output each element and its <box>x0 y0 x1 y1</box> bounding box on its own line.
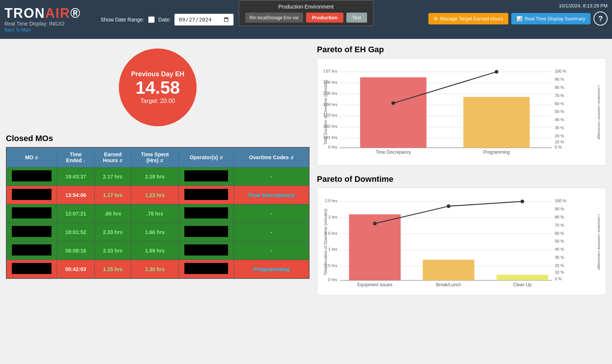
svg-text:Equipment Issues: Equipment Issues <box>357 282 392 287</box>
col-earned-hours: EarnedHours ⇵ <box>95 147 131 167</box>
svg-text:90 %: 90 % <box>555 207 564 211</box>
svg-text:Break/Lunch: Break/Lunch <box>436 282 461 287</box>
svg-text:20 %: 20 % <box>555 263 564 268</box>
cell-time-spent: 1.30 hrs <box>131 260 179 279</box>
cell-time-ended: 10:01:52 <box>57 223 94 241</box>
table-row: 00:42:031.25 hrs1.30 hrsProgramming <box>6 260 309 279</box>
svg-text:60 %: 60 % <box>555 231 564 236</box>
pareto-eh-gap-title: Pareto of EH Gap <box>317 45 606 54</box>
svg-text:Programming: Programming <box>483 150 510 155</box>
mo-black-block <box>12 207 51 218</box>
col-operators: Operator(s) ⇵ <box>179 147 234 167</box>
datetime-display: 10/1/2024, 8:13:29 PM <box>559 3 608 9</box>
cell-earned-hours: 2.33 hrs <box>95 241 131 260</box>
logo-area: TRONAIR® Real Time Display: INGX2 Back T… <box>4 7 86 33</box>
closed-mos-title: Closed MOs <box>6 134 310 143</box>
sort-icon-eh[interactable]: ⇵ <box>119 158 123 163</box>
col-time-ended: TimeEnded ↓ <box>57 147 94 167</box>
svg-text:2.5 hrs: 2.5 hrs <box>325 198 337 203</box>
production-button[interactable]: Production <box>306 13 344 23</box>
test-button[interactable]: Test <box>346 13 367 23</box>
main-content: Previous Day EH 14.58 Target: 20.00 Clos… <box>0 39 612 310</box>
operator-black-block <box>184 263 228 274</box>
cell-operator <box>179 167 234 186</box>
svg-text:10 %: 10 % <box>555 270 564 274</box>
cell-overtime-code: Time Discrepancy <box>234 186 309 204</box>
sort-icon-mo[interactable]: ⇵ <box>35 156 38 160</box>
eh-gap-svg: 0.07 hrs 0.06 hrs 0.05 hrs 0.04 hrs 0.03… <box>323 64 600 157</box>
cell-time-spent: .78 hrs <box>131 204 179 223</box>
cell-earned-hours: 1.25 hrs <box>95 260 131 279</box>
mo-black-block <box>12 170 51 181</box>
cell-earned-hours: 2.33 hrs <box>95 223 131 241</box>
cell-mo <box>6 241 57 260</box>
cell-mo <box>6 167 57 186</box>
svg-text:50 %: 50 % <box>555 239 564 243</box>
cell-operator <box>179 204 234 223</box>
circle-label: Previous Day EH <box>131 70 184 78</box>
table-row: 08:08:162.33 hrs1.69 hrs- <box>6 241 309 260</box>
gear-icon: ⚙ <box>434 16 438 21</box>
sort-icon-op[interactable]: ⇵ <box>220 156 223 160</box>
table-row: 19:43:372.17 hrs2.18 hrs- <box>6 167 309 186</box>
circle-target: Target: 20.00 <box>140 98 175 104</box>
chart-icon: 📊 <box>516 16 522 21</box>
cell-operator <box>179 260 234 279</box>
cell-overtime-code: Programming <box>234 260 309 279</box>
svg-text:60 %: 60 % <box>555 101 564 106</box>
svg-text:80 %: 80 % <box>555 215 564 219</box>
sort-icon-ts[interactable]: ⇵ <box>160 158 163 163</box>
svg-text:0 hrs: 0 hrs <box>328 277 338 282</box>
pareto-eh-gap-chart: 0.07 hrs 0.06 hrs 0.05 hrs 0.04 hrs 0.03… <box>317 58 606 166</box>
circle-container: Previous Day EH 14.58 Target: 20.00 <box>6 49 310 126</box>
dt-cumulative-line-2 <box>449 201 522 206</box>
cell-time-spent: 2.18 hrs <box>131 167 179 186</box>
help-button[interactable]: ? <box>593 11 608 26</box>
cell-time-spent: 1.69 hrs <box>131 241 179 260</box>
header-right: 10/1/2024, 8:13:29 PM ⚙ Manage Target Ea… <box>428 3 608 26</box>
mo-black-block <box>12 263 51 274</box>
cell-earned-hours: .80 hrs <box>95 204 131 223</box>
svg-text:100 %: 100 % <box>555 69 566 73</box>
mo-black-block <box>12 226 51 237</box>
left-panel: Previous Day EH 14.58 Target: 20.00 Clos… <box>6 45 310 304</box>
cell-earned-hours: 2.17 hrs <box>95 167 131 186</box>
svg-text:0 %: 0 % <box>555 145 562 149</box>
manage-target-button[interactable]: ⚙ Manage Target Earned Hours <box>428 13 508 24</box>
svg-text:Cumulative Overtime Percentage: Cumulative Overtime Percentage <box>597 85 600 140</box>
cell-operator <box>179 186 234 204</box>
cell-mo <box>6 223 57 241</box>
svg-text:Cumulative Downtime Percentage: Cumulative Downtime Percentage <box>597 214 600 270</box>
rm-local-storage-button[interactable]: Rm localStorage Env var <box>245 13 303 23</box>
date-input[interactable] <box>174 14 234 26</box>
cell-operator <box>179 223 234 241</box>
sort-icon-time[interactable]: ↓ <box>83 158 86 163</box>
operator-black-block <box>184 207 228 218</box>
cell-time-ended: 13:54:06 <box>57 186 94 204</box>
closed-mos-table: MO ⇵ TimeEnded ↓ EarnedHours ⇵ Time Spen… <box>6 147 310 279</box>
bar-programming <box>463 97 529 148</box>
logo: TRONAIR® <box>4 7 86 20</box>
pareto-downtime-section: Pareto of Downtime 2.5 hrs 2 hrs 1.5 hrs… <box>317 174 606 295</box>
cell-time-spent: 1.66 hrs <box>131 223 179 241</box>
mo-black-block <box>12 189 51 200</box>
svg-text:70 %: 70 % <box>555 223 564 227</box>
cell-mo <box>6 204 57 223</box>
date-range-checkbox[interactable] <box>148 16 155 23</box>
show-date-range-label: Show Date Range: <box>101 17 144 23</box>
svg-text:90 %: 90 % <box>555 77 564 81</box>
svg-text:0.07 hrs: 0.07 hrs <box>323 69 337 73</box>
realtime-display-button[interactable]: 📊 Real Time Display Summary <box>511 13 591 24</box>
cell-mo <box>6 260 57 279</box>
svg-text:0 %: 0 % <box>555 277 562 281</box>
downtime-svg: 2.5 hrs 2 hrs 1.5 hrs 1 hrs 0.5 hrs 0 hr… <box>323 194 600 290</box>
operator-black-block <box>184 226 228 237</box>
header: TRONAIR® Real Time Display: INGX2 Back T… <box>0 0 612 39</box>
back-link[interactable]: Back To Main <box>4 27 86 33</box>
cell-time-spent: 1.23 hrs <box>131 186 179 204</box>
env-popup-title: Production Environment <box>245 4 367 10</box>
sort-icon-oc[interactable]: ⇵ <box>290 156 294 160</box>
svg-text:30 %: 30 % <box>555 126 564 130</box>
cell-time-ended: 12:07:21 <box>57 204 94 223</box>
col-time-spent: Time Spent(Hrs) ⇵ <box>131 147 179 167</box>
